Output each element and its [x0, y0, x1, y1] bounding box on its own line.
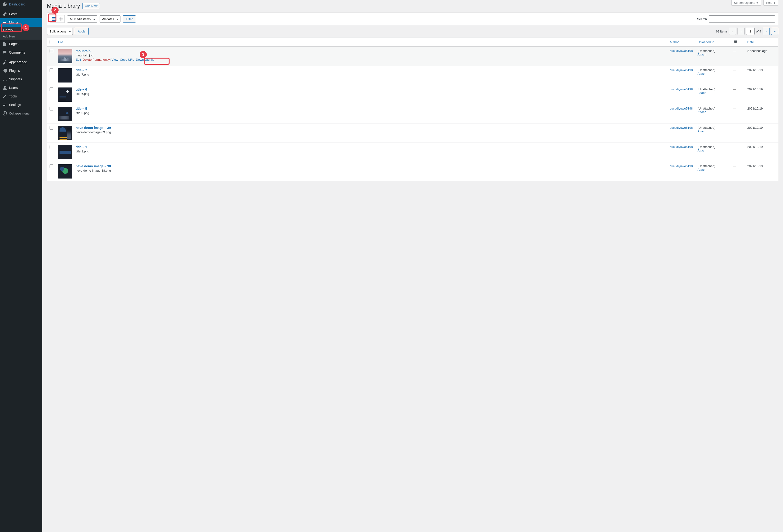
table-row: neve demo image – 38neve-demo-image-38.p… — [47, 162, 778, 181]
copy-url-link[interactable]: Copy URL — [120, 58, 134, 61]
col-author[interactable]: Author — [667, 37, 695, 47]
media-thumbnail[interactable] — [58, 126, 72, 140]
next-page-button[interactable]: › — [762, 28, 770, 35]
sidebar-item-appearance[interactable]: Appearance — [0, 58, 42, 66]
apply-button[interactable]: Apply — [75, 28, 89, 35]
attach-link[interactable]: Attach — [698, 168, 707, 171]
table-row: neve demo image – 39neve-demo-image-39.p… — [47, 124, 778, 143]
select-all-checkbox[interactable] — [50, 40, 53, 44]
attach-link[interactable]: Attach — [698, 91, 707, 95]
attach-link[interactable]: Attach — [698, 53, 707, 56]
file-title-link[interactable]: title – 6 — [76, 88, 89, 91]
page-input[interactable] — [746, 28, 755, 35]
sidebar-item-users[interactable]: Users — [0, 84, 42, 92]
author-link[interactable]: bucudiyuwo5198 — [670, 49, 693, 53]
sidebar-item-comments[interactable]: Comments — [0, 48, 42, 57]
file-name: title-5.png — [76, 111, 89, 115]
sidebar-item-dashboard[interactable]: Dashboard — [0, 0, 42, 8]
date-value: 2021/10/19 — [747, 164, 763, 168]
annotation-1: 1 — [22, 24, 29, 31]
edit-link[interactable]: Edit — [76, 58, 81, 61]
sidebar-media-submenu: Library Add New — [0, 27, 42, 40]
author-link[interactable]: bucudiyuwo5198 — [670, 107, 693, 110]
date-value: 2021/10/19 — [747, 145, 763, 149]
sidebar-collapse[interactable]: Collapse menu — [0, 109, 42, 118]
bulk-row: Bulk actions Apply 62 items « ‹ of 4 › » — [47, 25, 778, 37]
file-title-link[interactable]: neve demo image – 38 — [76, 164, 111, 168]
comments-icon — [2, 50, 7, 55]
file-title-link[interactable]: title – 1 — [76, 145, 89, 149]
plugins-icon — [2, 68, 7, 73]
main-content: Screen Options▼ Help▼ Media Library Add … — [42, 0, 783, 532]
sidebar-item-plugins[interactable]: Plugins — [0, 66, 42, 75]
media-thumbnail[interactable] — [58, 164, 72, 179]
media-thumbnail[interactable] — [58, 68, 72, 83]
sidebar-sub-addnew[interactable]: Add New — [0, 33, 42, 40]
view-link[interactable]: View — [112, 58, 118, 61]
file-name: neve-demo-image-38.png — [76, 169, 111, 173]
collapse-icon — [2, 111, 7, 116]
sidebar-item-posts[interactable]: Posts — [0, 10, 42, 18]
sidebar-item-settings[interactable]: Settings — [0, 100, 42, 109]
media-thumbnail[interactable] — [58, 107, 72, 121]
file-title-link[interactable]: neve demo image – 39 — [76, 126, 111, 130]
screen-options-tab[interactable]: Screen Options▼ — [731, 0, 761, 6]
author-link[interactable]: bucudiyuwo5198 — [670, 68, 693, 72]
tools-icon — [2, 94, 7, 99]
date-value: 2021/10/19 — [747, 126, 763, 129]
grid-icon — [59, 17, 63, 21]
dates-select[interactable]: All dates — [100, 15, 121, 23]
author-link[interactable]: bucudiyuwo5198 — [670, 88, 693, 91]
unattached-label: (Unattached) — [698, 145, 715, 149]
svg-rect-4 — [6, 105, 6, 106]
last-page-button[interactable]: » — [771, 28, 778, 35]
no-comments: — — [733, 107, 736, 110]
help-tab[interactable]: Help▼ — [763, 0, 778, 6]
sidebar-item-media[interactable]: Media — [0, 18, 42, 27]
attach-link[interactable]: Attach — [698, 149, 707, 152]
media-thumbnail[interactable] — [58, 145, 72, 159]
row-checkbox[interactable] — [50, 107, 53, 111]
row-checkbox[interactable] — [50, 164, 53, 168]
bulk-actions-select[interactable]: Bulk actions — [47, 28, 73, 35]
attach-link[interactable]: Attach — [698, 72, 707, 75]
author-link[interactable]: bucudiyuwo5198 — [670, 164, 693, 168]
download-file-link[interactable]: Download file — [136, 58, 154, 61]
col-uploaded-to[interactable]: Uploaded to — [695, 37, 731, 47]
row-checkbox[interactable] — [50, 68, 53, 72]
delete-link[interactable]: Delete Permanently — [83, 58, 110, 61]
author-link[interactable]: bucudiyuwo5198 — [670, 145, 693, 149]
filter-button[interactable]: Filter — [123, 15, 136, 23]
file-title-link[interactable]: title – 7 — [76, 68, 89, 72]
sidebar-sub-library[interactable]: Library — [0, 27, 42, 33]
sidebar-item-pages[interactable]: Pages — [0, 40, 42, 48]
row-checkbox[interactable] — [50, 49, 53, 53]
col-comments[interactable] — [731, 37, 745, 47]
page-heading: Media Library Add New — [47, 0, 778, 12]
sidebar-label-tools: Tools — [9, 94, 17, 98]
attach-link[interactable]: Attach — [698, 129, 707, 133]
annotation-2: 2 — [52, 7, 59, 14]
first-page-button[interactable]: « — [729, 28, 736, 35]
col-date[interactable]: Date — [745, 37, 778, 47]
svg-rect-14 — [59, 19, 61, 21]
author-link[interactable]: bucudiyuwo5198 — [670, 126, 693, 129]
media-thumbnail[interactable] — [58, 88, 72, 102]
search-input[interactable] — [709, 15, 775, 23]
file-title-link[interactable]: title – 5 — [76, 107, 89, 111]
col-file[interactable]: File — [56, 37, 667, 47]
grid-view-button[interactable] — [57, 15, 64, 23]
add-new-button[interactable]: Add New — [82, 3, 100, 9]
row-checkbox[interactable] — [50, 126, 53, 130]
sidebar-item-tools[interactable]: Tools — [0, 92, 42, 100]
row-checkbox[interactable] — [50, 145, 53, 149]
search-label: Search — [697, 17, 707, 21]
list-view-button[interactable] — [50, 15, 57, 23]
row-checkbox[interactable] — [50, 88, 53, 91]
media-thumbnail[interactable] — [58, 49, 72, 63]
attach-link[interactable]: Attach — [698, 110, 707, 114]
media-type-select[interactable]: All media items — [67, 15, 97, 23]
unattached-label: (Unattached) — [698, 49, 715, 53]
prev-page-button[interactable]: ‹ — [738, 28, 745, 35]
sidebar-item-snippets[interactable]: Snippets — [0, 75, 42, 84]
